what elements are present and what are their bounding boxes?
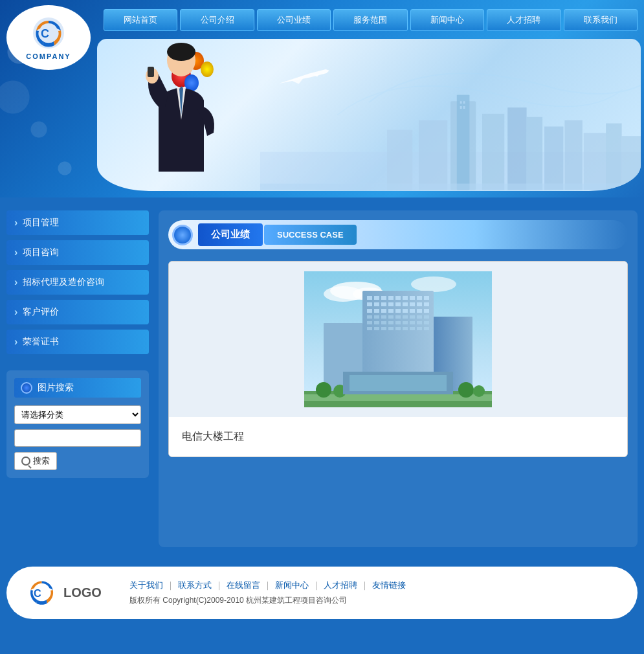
svg-rect-63 [410, 315, 415, 319]
svg-rect-46 [417, 302, 422, 306]
section-dot-icon [172, 225, 193, 245]
search-button[interactable]: 搜索 [14, 452, 57, 470]
nav-contact[interactable]: 联系我们 [564, 9, 638, 31]
svg-rect-57 [367, 315, 372, 319]
svg-rect-70 [395, 321, 401, 324]
nav-services[interactable]: 服务范围 [333, 9, 407, 31]
category-select[interactable]: 请选择分类 工程项目 荣誉证书 [14, 405, 141, 424]
section-title-en: SUCCESS CASE [264, 225, 357, 245]
svg-rect-36 [410, 296, 415, 300]
footer-nav-news[interactable]: 新闻中心 [275, 580, 309, 591]
banner-area [97, 39, 641, 191]
svg-rect-38 [424, 296, 429, 300]
sidebar-item-proj-consult[interactable]: 项目咨询 [6, 240, 149, 265]
search-btn-label: 搜索 [33, 455, 50, 467]
sidebar-item-proj-mgmt[interactable]: 项目管理 [6, 210, 149, 235]
search-title-bar: 图片搜索 [14, 378, 141, 398]
svg-rect-60 [388, 315, 394, 319]
nav-home[interactable]: 网站首页 [104, 9, 177, 31]
svg-rect-62 [403, 315, 408, 319]
footer: C LOGO 关于我们 ｜ 联系方式 ｜ 在线留言 ｜ 新闻中心 ｜ 人才招聘 … [6, 567, 638, 619]
svg-rect-59 [381, 315, 386, 319]
svg-point-91 [473, 385, 485, 397]
nav-bar: 网站首页 公司介绍 公司业绩 服务范围 新闻中心 人才招聘 联系我们 [104, 9, 638, 31]
footer-nav-about[interactable]: 关于我们 [129, 580, 163, 591]
svg-point-90 [458, 382, 474, 398]
svg-rect-61 [395, 315, 401, 319]
svg-rect-30 [367, 296, 372, 300]
svg-text:C: C [41, 27, 49, 40]
svg-rect-72 [410, 321, 415, 324]
content-text-area: 电信大楼工程 [169, 417, 627, 457]
sidebar-item-client-review[interactable]: 客户评价 [6, 300, 149, 324]
footer-links: 关于我们 ｜ 联系方式 ｜ 在线留言 ｜ 新闻中心 ｜ 人才招聘 ｜ 友情链接 … [129, 580, 618, 606]
search-title-text: 图片搜索 [38, 382, 74, 394]
svg-rect-50 [381, 309, 386, 313]
svg-rect-42 [388, 302, 394, 306]
svg-rect-71 [403, 321, 408, 324]
company-logo-icon: C [31, 16, 67, 51]
svg-rect-53 [403, 309, 408, 313]
svg-rect-51 [388, 309, 394, 313]
svg-rect-64 [417, 315, 422, 319]
svg-rect-74 [424, 321, 429, 324]
svg-rect-49 [374, 309, 379, 313]
sidebar-menu: 项目管理 项目咨询 招标代理及造价咨询 客户评价 荣誉证书 [6, 210, 149, 354]
svg-rect-55 [417, 309, 422, 313]
header: C COMPANY 网站首页 公司介绍 公司业绩 服务范围 新闻中心 人才招聘 … [0, 0, 644, 197]
svg-rect-77 [381, 327, 386, 330]
footer-logo-text: LOGO [63, 585, 102, 600]
footer-nav-message[interactable]: 在线留言 [227, 580, 260, 591]
svg-rect-75 [367, 327, 372, 330]
search-input[interactable] [14, 429, 141, 447]
svg-rect-65 [424, 315, 429, 319]
footer-copyright: 版权所有 Copyright(C)2009-2010 杭州某建筑工程项目咨询公司 [129, 595, 618, 606]
svg-rect-68 [381, 321, 386, 324]
svg-rect-66 [367, 321, 372, 324]
search-dot-icon [21, 382, 32, 394]
svg-rect-34 [395, 296, 401, 300]
svg-rect-35 [403, 296, 408, 300]
svg-rect-73 [417, 321, 422, 324]
logo-area[interactable]: C COMPANY [6, 5, 91, 70]
decorative-curves [97, 39, 641, 191]
project-title: 电信大楼工程 [182, 430, 614, 444]
svg-rect-52 [395, 309, 401, 313]
svg-rect-78 [388, 327, 394, 330]
footer-nav: 关于我们 ｜ 联系方式 ｜ 在线留言 ｜ 新闻中心 ｜ 人才招聘 ｜ 友情链接 [129, 580, 618, 591]
nav-about[interactable]: 公司介绍 [180, 9, 254, 31]
sidebar-item-honors[interactable]: 荣誉证书 [6, 330, 149, 354]
svg-rect-45 [410, 302, 415, 306]
content-box: 电信大楼工程 [168, 261, 628, 457]
svg-rect-48 [367, 309, 372, 313]
main-panel: 公司业绩 SUCCESS CASE [159, 210, 638, 547]
section-title-bar: 公司业绩 SUCCESS CASE [168, 220, 628, 249]
nav-news[interactable]: 新闻中心 [410, 9, 484, 31]
svg-rect-40 [374, 302, 379, 306]
svg-rect-33 [388, 296, 394, 300]
footer-nav-contact[interactable]: 联系方式 [178, 580, 212, 591]
svg-rect-32 [381, 296, 386, 300]
svg-rect-83 [424, 327, 429, 330]
svg-rect-82 [417, 327, 422, 330]
footer-logo: C LOGO [26, 578, 117, 607]
svg-point-88 [316, 382, 331, 398]
nav-jobs[interactable]: 人才招聘 [487, 9, 561, 31]
svg-rect-69 [388, 321, 394, 324]
svg-rect-39 [367, 302, 372, 306]
nav-performance[interactable]: 公司业绩 [257, 9, 331, 31]
footer-nav-links[interactable]: 友情链接 [372, 580, 406, 591]
sidebar: 项目管理 项目咨询 招标代理及造价咨询 客户评价 荣誉证书 图片搜索 请选择分类 [6, 210, 149, 547]
svg-rect-44 [403, 302, 408, 306]
svg-rect-67 [374, 321, 379, 324]
search-section: 图片搜索 请选择分类 工程项目 荣誉证书 搜索 [6, 370, 149, 478]
footer-nav-jobs[interactable]: 人才招聘 [324, 580, 357, 591]
section-title-cn: 公司业绩 [198, 223, 263, 246]
sidebar-item-bidding[interactable]: 招标代理及造价咨询 [6, 270, 149, 295]
main-content: 项目管理 项目咨询 招标代理及造价咨询 客户评价 荣誉证书 图片搜索 请选择分类 [0, 197, 644, 560]
svg-rect-47 [424, 302, 429, 306]
footer-logo-icon: C [26, 578, 58, 607]
svg-text:C: C [34, 587, 41, 599]
building-image [304, 271, 492, 407]
svg-rect-54 [410, 309, 415, 313]
